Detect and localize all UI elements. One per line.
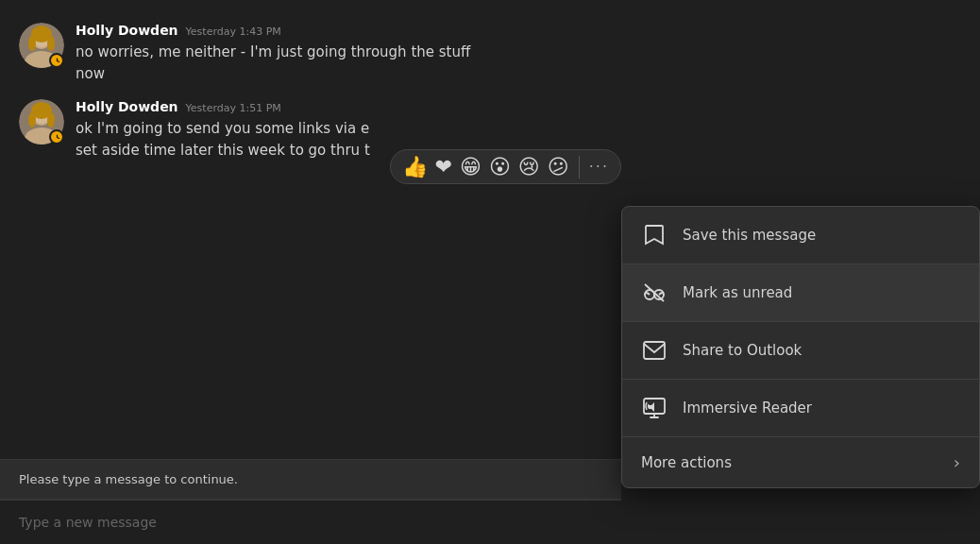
- message-header-2: Holly Dowden Yesterday 1:51 PM: [76, 99, 548, 114]
- menu-item-immersive-label: Immersive Reader: [683, 400, 812, 416]
- msg1-line2: now: [76, 65, 105, 82]
- emoji-confused[interactable]: 😕: [548, 155, 569, 178]
- reaction-divider: [579, 156, 580, 178]
- reaction-more-icon[interactable]: ···: [589, 158, 609, 176]
- bookmark-icon: [644, 224, 665, 246]
- msg2-line2: set aside time later this week to go thr…: [76, 142, 370, 159]
- menu-item-more-label: More actions: [641, 454, 732, 471]
- sender-name-1: Holly Dowden: [76, 23, 178, 38]
- menu-item-more[interactable]: More actions ›: [622, 437, 979, 487]
- email-icon: [641, 337, 667, 364]
- menu-item-save-label: Save this message: [683, 227, 816, 244]
- svg-point-6: [47, 36, 55, 51]
- reader-icon: [641, 395, 667, 421]
- emoji-thumbsup[interactable]: 👍: [402, 155, 428, 178]
- sender-name-2: Holly Dowden: [76, 99, 178, 114]
- new-message-placeholder: Type a new message: [19, 515, 157, 530]
- unread-icon: [641, 280, 667, 306]
- emoji-heart[interactable]: ❤️: [435, 155, 452, 178]
- message-block-1: Holly Dowden Yesterday 1:43 PM no worrie…: [0, 0, 980, 92]
- menu-item-outlook-label: Share to Outlook: [683, 342, 802, 359]
- emoji-grin[interactable]: 😁: [460, 155, 482, 178]
- new-message-bar[interactable]: Type a new message: [0, 500, 621, 544]
- timestamp-2: Yesterday 1:51 PM: [186, 102, 281, 114]
- chat-container: Holly Dowden Yesterday 1:43 PM no worrie…: [0, 0, 980, 544]
- menu-item-immersive[interactable]: Immersive Reader: [622, 380, 979, 437]
- timestamp-1: Yesterday 1:43 PM: [186, 26, 281, 38]
- context-menu: Save this message Mark as unread: [621, 206, 980, 488]
- message-header-1: Holly Dowden Yesterday 1:43 PM: [76, 23, 961, 38]
- clock-icon-2: [53, 133, 61, 142]
- emoji-sad[interactable]: 😢: [518, 155, 540, 178]
- avatar-1: [19, 23, 64, 68]
- envelope-icon: [643, 341, 666, 360]
- menu-item-save[interactable]: Save this message: [622, 207, 979, 264]
- avatar-2: [19, 99, 64, 144]
- immersive-reader-icon: [643, 398, 666, 418]
- svg-point-16: [47, 112, 55, 128]
- msg2-line1: ok I'm going to send you some links via …: [76, 120, 369, 137]
- msg1-line1: no worries, me neither - I'm just going …: [76, 43, 470, 60]
- avatar-status-2: [49, 129, 64, 144]
- notification-bar: Please type a message to continue.: [0, 459, 621, 500]
- message-content-1: Holly Dowden Yesterday 1:43 PM no worrie…: [76, 23, 961, 84]
- svg-point-5: [28, 36, 36, 51]
- menu-item-unread-label: Mark as unread: [683, 284, 792, 301]
- save-icon: [641, 222, 667, 248]
- avatar-status-1: [49, 53, 64, 68]
- mark-unread-icon: [643, 282, 666, 303]
- message-text-1: no worries, me neither - I'm just going …: [76, 42, 961, 84]
- bottom-bar: Please type a message to continue. Type …: [0, 459, 621, 544]
- chevron-right-icon: ›: [954, 452, 960, 472]
- notification-text: Please type a message to continue.: [19, 472, 238, 486]
- emoji-surprised[interactable]: 😮: [489, 155, 511, 178]
- reaction-bar: 👍 ❤️ 😁 😮 😢 😕 ···: [390, 149, 621, 184]
- svg-point-15: [28, 112, 36, 128]
- svg-rect-23: [644, 342, 665, 359]
- menu-item-outlook[interactable]: Share to Outlook: [622, 322, 979, 380]
- clock-icon: [53, 57, 61, 65]
- menu-item-unread[interactable]: Mark as unread: [622, 264, 979, 322]
